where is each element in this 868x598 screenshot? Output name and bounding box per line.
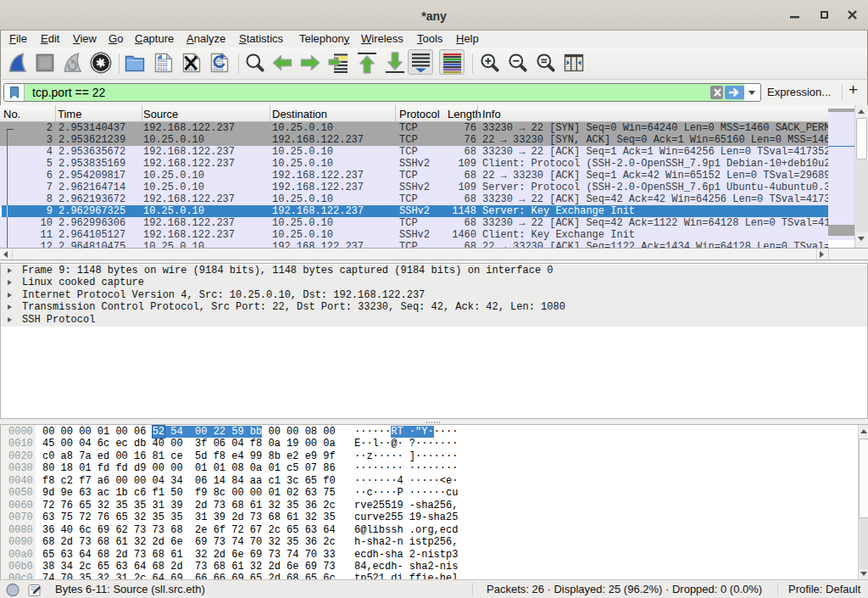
svg-text:0111: 0111 — [214, 67, 224, 72]
svg-text:0111: 0111 — [158, 67, 168, 72]
